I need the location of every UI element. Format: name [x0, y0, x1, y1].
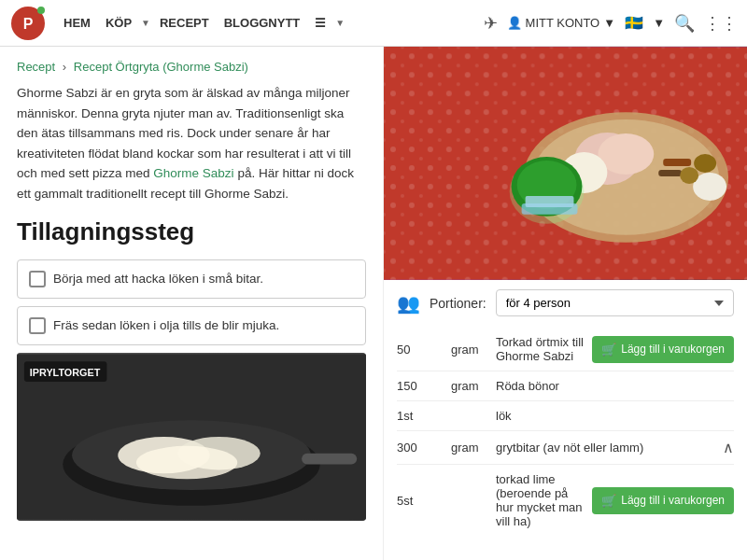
ing-4-unit: gram	[451, 441, 488, 455]
account-label: MITT KONTO	[526, 16, 600, 30]
svg-rect-32	[526, 196, 574, 207]
nav-menu-chevron: ▼	[335, 18, 345, 28]
nav-links: HEM KÖP ▼ RECEPT BLOGGNYTT ☰ ▼	[58, 16, 345, 30]
search-icon[interactable]: 🔍	[674, 13, 695, 34]
lang-chevron[interactable]: ▼	[653, 16, 665, 30]
breadcrumb-root[interactable]: Recept	[17, 60, 55, 74]
ing-3-name: lök	[496, 409, 734, 423]
step-2-text: Fräs sedan löken i olja tills de blir mj…	[53, 316, 279, 335]
intro-text: Ghorme Sabzi är en gryta som är älskad a…	[17, 83, 366, 204]
nav-kop-chevron: ▼	[141, 18, 150, 28]
ingredients-box: 👥 Portioner: för 4 person för 2 person f…	[384, 280, 747, 545]
step-2: Fräs sedan löken i olja tills de blir mj…	[17, 306, 366, 345]
svg-rect-22	[663, 159, 691, 166]
cart-icon-5: 🛒	[601, 494, 616, 508]
step-2-checkbox[interactable]	[29, 317, 46, 334]
ing-1-cart-label: Lägg till i varukorgen	[621, 343, 725, 356]
ing-4-collapse-icon[interactable]: ∧	[723, 439, 734, 456]
nav-kop[interactable]: KÖP	[100, 16, 137, 30]
ing-5-action: 🛒 Lägg till i varukorgen	[592, 487, 734, 514]
telegram-icon[interactable]: ✈	[484, 13, 498, 34]
svg-text:P: P	[23, 16, 34, 32]
nav-icons: ✈ 👤 MITT KONTO ▼ 🇸🇪 ▼ 🔍 ⋮⋮	[484, 13, 738, 34]
online-indicator	[37, 7, 45, 14]
step-1-checkbox[interactable]	[29, 271, 46, 287]
nav-bloggnytt[interactable]: BLOGGNYTT	[218, 16, 306, 30]
grid-icon[interactable]: ⋮⋮	[704, 13, 738, 34]
ingredient-row-2: 150 gram Röda bönor	[397, 371, 734, 401]
ing-1-unit: gram	[451, 343, 488, 357]
main-layout: Recept › Recept Örtgryta (Ghorme Sabzi) …	[0, 47, 747, 560]
portions-icon: 👥	[397, 292, 420, 315]
portions-label: Portioner:	[430, 296, 486, 311]
svg-point-30	[680, 167, 698, 184]
navbar: P HEM KÖP ▼ RECEPT BLOGGNYTT ☰ ▼ ✈ 👤 MIT…	[0, 0, 747, 47]
ing-1-cart-button[interactable]: 🛒 Lägg till i varukorgen	[592, 336, 734, 363]
ing-5-name: torkad lime (beroende på hur mycket man …	[496, 472, 585, 528]
cart-icon-1: 🛒	[601, 343, 616, 357]
svg-rect-8	[302, 454, 357, 465]
left-panel: Recept › Recept Örtgryta (Ghorme Sabzi) …	[0, 47, 383, 560]
cooking-image: IPRYLTORGET	[17, 353, 366, 521]
right-panel: 👥 Portioner: för 4 person för 2 person f…	[383, 47, 747, 560]
steps-title: Tillagningssteg	[17, 217, 366, 246]
ing-2-unit: gram	[451, 379, 488, 393]
nav-menu[interactable]: ☰	[309, 16, 331, 30]
svg-point-7	[136, 446, 237, 479]
svg-point-29	[694, 154, 716, 173]
ingredient-row-4: 300 gram grytbitar (av nöt eller lamm) ∧	[397, 431, 734, 465]
svg-rect-23	[658, 170, 682, 176]
ing-1-name: Torkad örtmix till Ghorme Sabzi	[496, 335, 585, 363]
nav-hem[interactable]: HEM	[58, 16, 96, 30]
account-icon: 👤	[507, 16, 522, 30]
ing-4-amount: 300	[397, 441, 444, 455]
portions-select[interactable]: för 4 person för 2 person för 6 person f…	[496, 289, 734, 316]
breadcrumb-current: Recept Örtgryta (Ghorme Sabzi)	[74, 60, 248, 74]
hero-image	[384, 47, 747, 280]
step-1: Börja med att hacka löken i små bitar.	[17, 259, 366, 299]
ing-5-amount: 5st	[397, 494, 444, 508]
ingredient-row-1: 50 gram Torkad örtmix till Ghorme Sabzi …	[397, 328, 734, 371]
ing-1-amount: 50	[397, 343, 444, 357]
breadcrumb-separator: ›	[63, 60, 66, 74]
account-chevron: ▼	[603, 16, 615, 30]
ingredient-row-5: 5st torkad lime (beroende på hur mycket …	[397, 465, 734, 536]
ing-2-amount: 150	[397, 379, 444, 393]
svg-text:IPRYLTORGET: IPRYLTORGET	[30, 367, 101, 378]
portions-row: 👥 Portioner: för 4 person för 2 person f…	[397, 289, 734, 316]
ing-3-amount: 1st	[397, 409, 444, 423]
step-1-text: Börja med att hacka löken i små bitar.	[53, 270, 263, 288]
ing-4-name: grytbitar (av nöt eller lamm)	[496, 441, 715, 455]
ing-2-name: Röda bönor	[496, 379, 734, 393]
cooking-image-placeholder: IPRYLTORGET	[17, 353, 366, 521]
intro-link[interactable]: Ghorme Sabzi	[153, 166, 233, 180]
nav-recept[interactable]: RECEPT	[154, 16, 215, 30]
breadcrumb: Recept › Recept Örtgryta (Ghorme Sabzi)	[17, 60, 366, 74]
ingredient-row-3: 1st lök	[397, 401, 734, 431]
flag-icon[interactable]: 🇸🇪	[625, 14, 643, 32]
account-menu[interactable]: 👤 MITT KONTO ▼	[507, 16, 616, 30]
ing-1-action: 🛒 Lägg till i varukorgen	[592, 336, 734, 363]
logo: P	[9, 5, 47, 42]
ing-5-cart-label: Lägg till i varukorgen	[621, 494, 725, 507]
ing-5-cart-button[interactable]: 🛒 Lägg till i varukorgen	[592, 487, 734, 514]
